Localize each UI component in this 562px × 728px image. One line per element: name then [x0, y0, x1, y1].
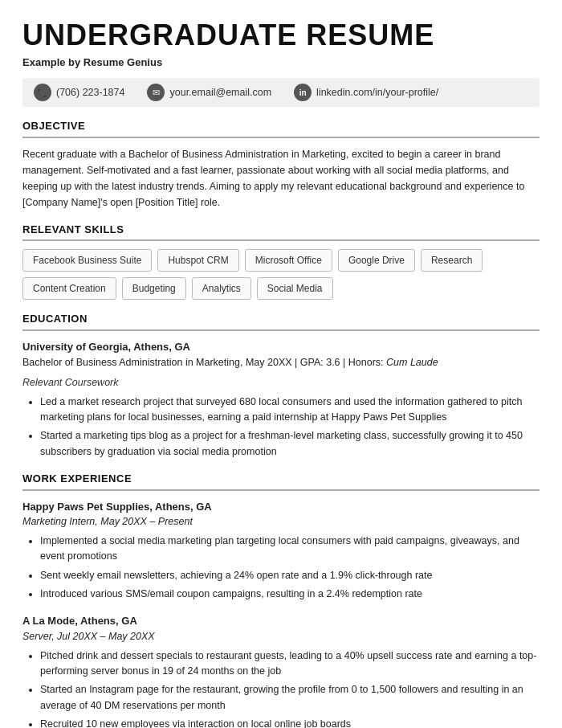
skill-tag: Research [421, 249, 483, 272]
work-container: Happy Paws Pet Supplies, Athens, GAMarke… [22, 499, 540, 728]
work-employer: Happy Paws Pet Supplies, Athens, GA [22, 499, 540, 515]
work-title: Marketing Intern, May 20XX – Present [22, 514, 540, 530]
education-bullets: Led a market research project that surve… [22, 395, 540, 460]
work-bullet: Sent weekly email newsletters, achieving… [40, 568, 540, 583]
work-heading: WORK EXPERIENCE [22, 471, 540, 491]
work-block: A La Mode, Athens, GAServer, Jul 20XX – … [22, 613, 540, 728]
objective-heading: OBJECTIVE [22, 118, 540, 138]
skill-tag: Google Drive [338, 249, 415, 272]
coursework-label: Relevant Coursework [22, 375, 540, 391]
phone-contact: 📞 (706) 223-1874 [34, 84, 124, 101]
work-bullet: Introduced various SMS/email coupon camp… [40, 587, 540, 602]
email-icon: ✉ [147, 84, 165, 101]
phone-value: (706) 223-1874 [56, 85, 124, 100]
resume-subtitle: Example by Resume Genius [22, 55, 540, 71]
skill-tag: Content Creation [22, 277, 116, 300]
email-contact: ✉ your.email@email.com [147, 84, 271, 101]
resume-page: UNDERGRADUATE RESUME Example by Resume G… [0, 0, 562, 728]
skill-tag: Microsoft Office [245, 249, 332, 272]
linkedin-icon: in [294, 84, 312, 101]
contact-bar: 📞 (706) 223-1874 ✉ your.email@email.com … [22, 78, 540, 107]
objective-text: Recent graduate with a Bachelor of Busin… [22, 146, 540, 211]
education-bullet: Started a marketing tips blog as a proje… [40, 428, 540, 460]
skill-tag: Social Media [257, 277, 333, 300]
resume-title: UNDERGRADUATE RESUME [22, 19, 540, 51]
work-block: Happy Paws Pet Supplies, Athens, GAMarke… [22, 499, 540, 603]
skills-heading: RELEVANT SKILLS [22, 222, 540, 242]
work-bullets: Implemented a social media marketing pla… [22, 534, 540, 603]
work-bullet: Pitched drink and dessert specials to re… [40, 648, 540, 680]
degree-line: Bachelor of Business Administration in M… [22, 355, 540, 370]
work-title: Server, Jul 20XX – May 20XX [22, 629, 540, 644]
work-bullet: Started an Instagram page for the restau… [40, 682, 540, 714]
skill-tag: Analytics [192, 277, 251, 300]
phone-icon: 📞 [34, 84, 51, 101]
work-employer: A La Mode, Athens, GA [22, 613, 540, 629]
work-bullet: Implemented a social media marketing pla… [40, 534, 540, 565]
linkedin-contact: in linkedin.com/in/your-profile/ [294, 84, 438, 101]
skill-tag: Budgeting [122, 277, 186, 300]
school-name: University of Georgia, Athens, GA [22, 339, 540, 355]
skills-grid: Facebook Business SuiteHubspot CRMMicros… [22, 249, 540, 300]
work-bullets: Pitched drink and dessert specials to re… [22, 648, 540, 728]
skill-tag: Facebook Business Suite [22, 249, 152, 272]
email-value: your.email@email.com [169, 85, 271, 100]
skill-tag: Hubspot CRM [157, 249, 238, 272]
education-block: University of Georgia, Athens, GA Bachel… [22, 339, 540, 460]
linkedin-value: linkedin.com/in/your-profile/ [316, 85, 438, 100]
work-bullet: Recruited 10 new employees via interacti… [40, 717, 540, 728]
education-bullet: Led a market research project that surve… [40, 395, 540, 426]
degree-text: Bachelor of Business Administration in M… [22, 357, 384, 368]
honors-text: Cum Laude [386, 357, 438, 368]
education-heading: EDUCATION [22, 311, 540, 331]
